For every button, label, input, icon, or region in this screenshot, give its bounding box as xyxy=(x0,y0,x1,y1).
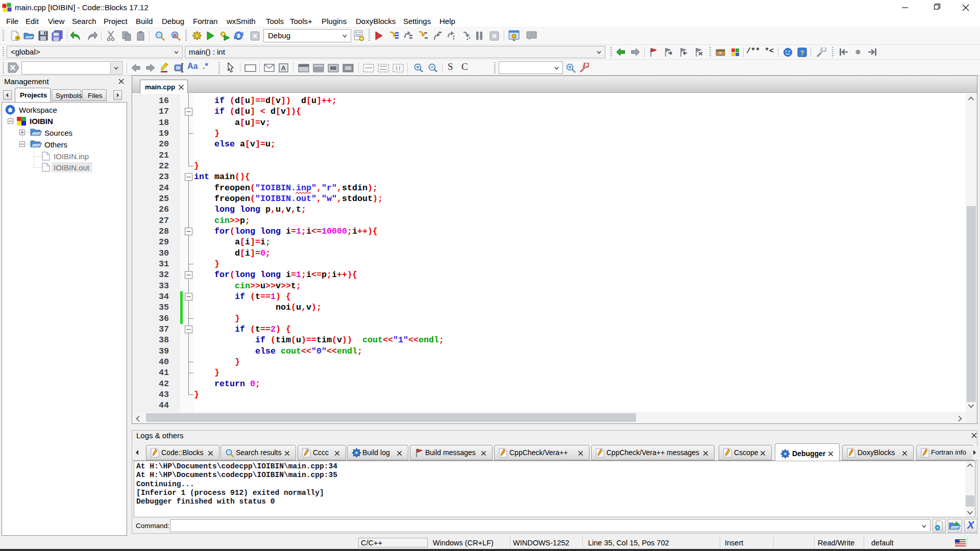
svg-text:R: R xyxy=(173,32,178,38)
svg-text:A: A xyxy=(281,64,286,72)
svg-text:?: ? xyxy=(800,49,804,57)
